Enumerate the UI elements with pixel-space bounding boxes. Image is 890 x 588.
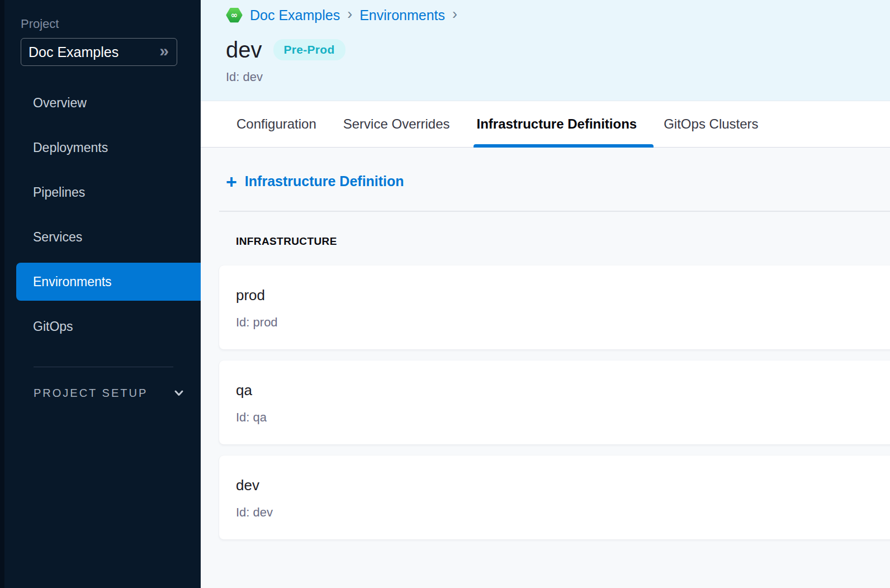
infrastructure-list: prod Id: prod qa Id: qa dev Id: dev bbox=[219, 265, 890, 539]
sidebar-item-label: Services bbox=[33, 230, 82, 245]
infrastructure-row-dev[interactable]: dev Id: dev bbox=[219, 456, 890, 539]
infrastructure-id: Id: dev bbox=[236, 505, 890, 520]
breadcrumb-separator-icon: › bbox=[452, 7, 457, 23]
infrastructure-definitions-panel: + Infrastructure Definition INFRASTRUCTU… bbox=[201, 148, 890, 588]
tab-configuration[interactable]: Configuration bbox=[236, 101, 316, 147]
project-sidebar: Project Doc Examples » Overview Deployme… bbox=[0, 0, 201, 588]
infrastructure-row-prod[interactable]: prod Id: prod bbox=[219, 265, 890, 349]
sidebar-item-label: Pipelines bbox=[33, 185, 85, 200]
tab-service-overrides[interactable]: Service Overrides bbox=[343, 101, 450, 147]
project-selector[interactable]: Doc Examples » bbox=[21, 38, 177, 66]
infrastructure-name: qa bbox=[236, 382, 890, 399]
sidebar-item-gitops[interactable]: GitOps bbox=[16, 307, 201, 345]
title-row: dev Pre-Prod bbox=[226, 37, 890, 63]
breadcrumb-separator-icon: › bbox=[347, 7, 352, 23]
infrastructure-column-header: INFRASTRUCTURE bbox=[236, 235, 890, 248]
infrastructure-id: Id: qa bbox=[236, 410, 890, 425]
environment-header: ∞ Doc Examples › Environments › dev Pre-… bbox=[201, 0, 890, 101]
tab-label: Service Overrides bbox=[343, 116, 450, 132]
sidebar-item-overview[interactable]: Overview bbox=[16, 84, 201, 122]
tab-label: Infrastructure Definitions bbox=[477, 116, 637, 132]
expand-project-nav-icon: » bbox=[159, 42, 169, 61]
sidebar-item-environments[interactable]: Environments bbox=[16, 263, 201, 301]
sidebar-item-label: Overview bbox=[33, 96, 87, 111]
sidebar-item-services[interactable]: Services bbox=[16, 218, 201, 256]
add-infrastructure-definition-button[interactable]: + Infrastructure Definition bbox=[226, 173, 404, 189]
tab-infrastructure-definitions[interactable]: Infrastructure Definitions bbox=[477, 101, 637, 147]
env-type-badge: Pre-Prod bbox=[273, 39, 345, 60]
page-title: dev bbox=[226, 37, 262, 63]
environment-id: Id: dev bbox=[226, 70, 890, 84]
sidebar-item-pipelines[interactable]: Pipelines bbox=[16, 173, 201, 211]
infrastructure-name: prod bbox=[236, 287, 890, 304]
tab-label: GitOps Clusters bbox=[664, 116, 758, 132]
environment-tabbar: Configuration Service Overrides Infrastr… bbox=[201, 101, 890, 148]
sidebar-item-label: GitOps bbox=[33, 319, 73, 334]
tab-label: Configuration bbox=[236, 116, 316, 132]
infrastructure-id: Id: prod bbox=[236, 315, 890, 330]
sidebar-item-label: Deployments bbox=[33, 140, 108, 155]
breadcrumb: ∞ Doc Examples › Environments › bbox=[226, 0, 890, 23]
sidebar-nav: Overview Deployments Pipelines Services … bbox=[0, 84, 201, 345]
project-label: Project bbox=[21, 17, 201, 31]
sidebar-item-deployments[interactable]: Deployments bbox=[16, 129, 201, 167]
sidebar-divider bbox=[34, 367, 173, 367]
content-divider bbox=[219, 211, 890, 212]
infrastructure-row-qa[interactable]: qa Id: qa bbox=[219, 361, 890, 444]
infrastructure-name: dev bbox=[236, 477, 890, 494]
project-setup-label: PROJECT SETUP bbox=[34, 387, 148, 400]
breadcrumb-link-project[interactable]: Doc Examples bbox=[250, 7, 340, 23]
add-infrastructure-definition-label: Infrastructure Definition bbox=[245, 173, 404, 189]
project-setup-toggle[interactable]: PROJECT SETUP bbox=[34, 386, 186, 400]
chevron-down-icon bbox=[172, 386, 186, 400]
main-panel: ∞ Doc Examples › Environments › dev Pre-… bbox=[201, 0, 890, 588]
project-selector-value: Doc Examples bbox=[29, 44, 119, 60]
svg-text:∞: ∞ bbox=[231, 10, 238, 20]
plus-icon: + bbox=[226, 174, 237, 189]
environments-hexagon-icon: ∞ bbox=[226, 7, 243, 23]
breadcrumb-link-environments[interactable]: Environments bbox=[359, 7, 445, 23]
sidebar-item-label: Environments bbox=[33, 274, 112, 290]
tab-gitops-clusters[interactable]: GitOps Clusters bbox=[664, 101, 758, 147]
